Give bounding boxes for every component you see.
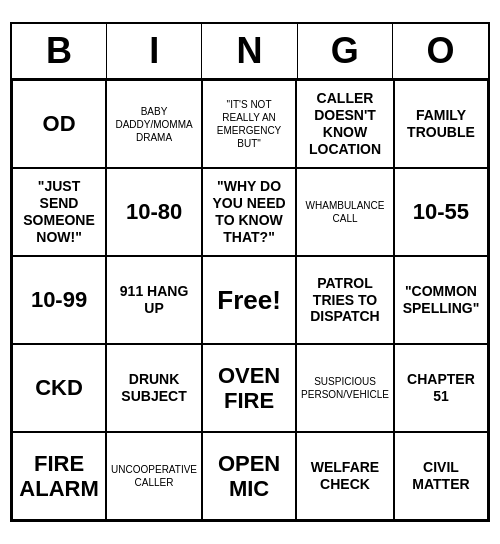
bingo-letter-o: O bbox=[393, 24, 488, 78]
bingo-cell-1: BABY DADDY/MOMMA DRAMA bbox=[106, 80, 202, 168]
bingo-cell-4: FAMILY TROUBLE bbox=[394, 80, 488, 168]
bingo-grid: ODBABY DADDY/MOMMA DRAMA"IT'S NOT REALLY… bbox=[12, 80, 488, 520]
bingo-letter-i: I bbox=[107, 24, 202, 78]
bingo-header: BINGO bbox=[12, 24, 488, 80]
bingo-cell-8: WHAMBULANCE CALL bbox=[296, 168, 394, 256]
bingo-cell-6: 10-80 bbox=[106, 168, 202, 256]
bingo-cell-17: OVEN FIRE bbox=[202, 344, 296, 432]
bingo-cell-20: FIRE ALARM bbox=[12, 432, 106, 520]
bingo-cell-0: OD bbox=[12, 80, 106, 168]
bingo-cell-10: 10-99 bbox=[12, 256, 106, 344]
bingo-card: BINGO ODBABY DADDY/MOMMA DRAMA"IT'S NOT … bbox=[10, 22, 490, 522]
bingo-cell-22: OPEN MIC bbox=[202, 432, 296, 520]
bingo-letter-g: G bbox=[298, 24, 393, 78]
bingo-cell-16: DRUNK SUBJECT bbox=[106, 344, 202, 432]
bingo-cell-11: 911 HANG UP bbox=[106, 256, 202, 344]
bingo-cell-14: "COMMON SPELLING" bbox=[394, 256, 488, 344]
bingo-letter-n: N bbox=[202, 24, 297, 78]
bingo-cell-21: UNCOOPERATIVE CALLER bbox=[106, 432, 202, 520]
bingo-cell-2: "IT'S NOT REALLY AN EMERGENCY BUT" bbox=[202, 80, 296, 168]
bingo-cell-23: WELFARE CHECK bbox=[296, 432, 394, 520]
bingo-cell-7: "WHY DO YOU NEED TO KNOW THAT?" bbox=[202, 168, 296, 256]
bingo-cell-18: SUSPICIOUS PERSON/VEHICLE bbox=[296, 344, 394, 432]
bingo-cell-15: CKD bbox=[12, 344, 106, 432]
bingo-letter-b: B bbox=[12, 24, 107, 78]
bingo-cell-12: Free! bbox=[202, 256, 296, 344]
bingo-cell-5: "JUST SEND SOMEONE NOW!" bbox=[12, 168, 106, 256]
bingo-cell-24: CIVIL MATTER bbox=[394, 432, 488, 520]
bingo-cell-9: 10-55 bbox=[394, 168, 488, 256]
bingo-cell-3: CALLER DOESN'T KNOW LOCATION bbox=[296, 80, 394, 168]
bingo-cell-19: CHAPTER 51 bbox=[394, 344, 488, 432]
bingo-cell-13: PATROL TRIES TO DISPATCH bbox=[296, 256, 394, 344]
